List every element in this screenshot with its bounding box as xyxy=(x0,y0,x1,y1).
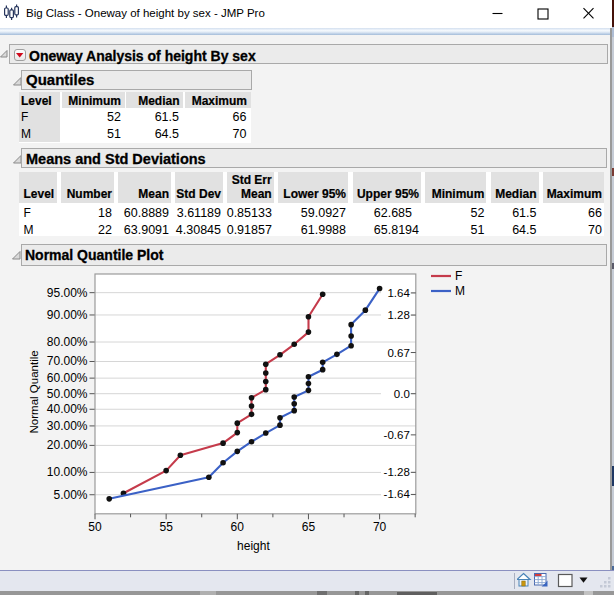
svg-text:90.00%: 90.00% xyxy=(47,308,88,322)
svg-text:-0.67: -0.67 xyxy=(384,429,410,441)
svg-text:M: M xyxy=(455,284,465,298)
svg-text:70: 70 xyxy=(373,520,387,534)
svg-text:1.28: 1.28 xyxy=(387,309,409,321)
svg-text:0.67: 0.67 xyxy=(387,347,409,359)
svg-text:95.00%: 95.00% xyxy=(47,286,88,300)
svg-text:-1.28: -1.28 xyxy=(384,466,410,478)
svg-text:70.00%: 70.00% xyxy=(47,354,88,368)
svg-text:60.00%: 60.00% xyxy=(47,371,88,385)
svg-text:20.00%: 20.00% xyxy=(47,438,88,452)
svg-text:0.0: 0.0 xyxy=(394,388,410,400)
svg-text:50.00%: 50.00% xyxy=(47,387,88,401)
svg-text:60: 60 xyxy=(231,520,245,534)
svg-text:30.00%: 30.00% xyxy=(47,419,88,433)
svg-text:1.64: 1.64 xyxy=(387,287,410,299)
svg-text:F: F xyxy=(455,269,462,283)
svg-text:Normal Quantile: Normal Quantile xyxy=(29,350,41,433)
svg-text:-1.64: -1.64 xyxy=(384,488,411,500)
svg-text:65: 65 xyxy=(302,520,316,534)
svg-text:10.00%: 10.00% xyxy=(47,465,88,479)
svg-text:5.00%: 5.00% xyxy=(53,488,87,502)
svg-text:55: 55 xyxy=(159,520,173,534)
svg-text:height: height xyxy=(237,539,270,553)
svg-text:40.00%: 40.00% xyxy=(47,402,88,416)
svg-text:50: 50 xyxy=(88,520,102,534)
svg-text:80.00%: 80.00% xyxy=(47,335,88,349)
